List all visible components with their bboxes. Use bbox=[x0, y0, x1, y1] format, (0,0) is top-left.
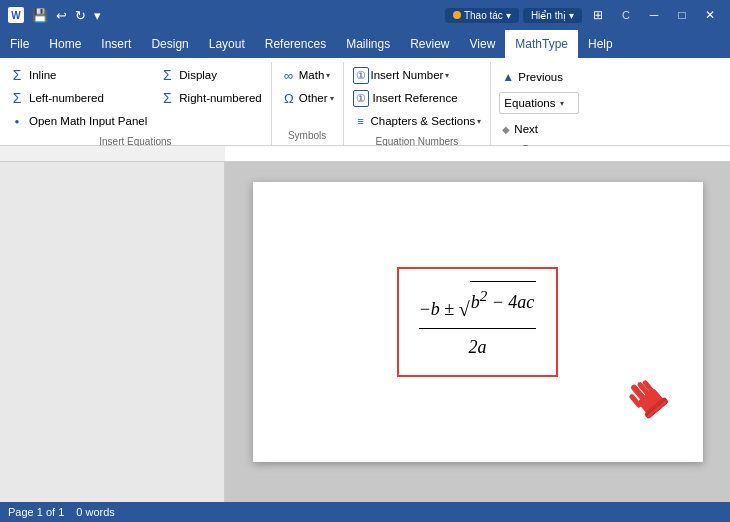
insert-number-icon: ① bbox=[353, 67, 369, 84]
maximize-button[interactable]: □ bbox=[670, 5, 694, 25]
insert-number-label: Insert Number bbox=[371, 69, 444, 81]
hien-thi-button[interactable]: Hiển thị ▾ bbox=[523, 8, 582, 23]
symbols-content: ∞ Math ▾ Ω Other ▾ bbox=[276, 64, 339, 128]
menu-design[interactable]: Design bbox=[141, 30, 198, 58]
undo-icon[interactable]: ↩ bbox=[54, 6, 69, 25]
menu-mailings[interactable]: Mailings bbox=[336, 30, 400, 58]
browse-select-value: Equations bbox=[504, 97, 555, 109]
chapters-sections-dropdown-arrow: ▾ bbox=[477, 117, 481, 126]
equation-numbers-group: ① Insert Number ▾ ① Insert Reference ≡ C… bbox=[344, 62, 492, 145]
other-label: Other bbox=[299, 92, 328, 104]
next-arrow-icon: ◆ bbox=[502, 124, 510, 135]
equation-box: −b ± √ b2 − 4ac 2a bbox=[397, 267, 559, 377]
math-label: Math bbox=[299, 69, 325, 81]
previous-label: Previous bbox=[518, 71, 563, 83]
open-math-icon: ● bbox=[9, 113, 25, 129]
ruler-white-area bbox=[225, 146, 730, 161]
display-icon: Σ bbox=[159, 67, 175, 83]
left-numbered-label: Left-numbered bbox=[29, 92, 104, 104]
window-icon[interactable]: ⊞ bbox=[586, 5, 610, 25]
right-numbered-label: Right-numbered bbox=[179, 92, 261, 104]
previous-arrow-icon: ▲ bbox=[502, 70, 514, 84]
browse-content: ▲ Previous Equations ▾ ◆ Next bbox=[499, 66, 579, 142]
equation-denominator: 2a bbox=[419, 331, 537, 363]
qa-dropdown-icon[interactable]: ▾ bbox=[92, 6, 103, 25]
save-icon[interactable]: 💾 bbox=[30, 6, 50, 25]
menu-mathtype[interactable]: MathType bbox=[505, 30, 578, 58]
insert-number-button[interactable]: ① Insert Number ▾ bbox=[348, 64, 487, 86]
right-numbered-button[interactable]: Σ Right-numbered bbox=[154, 87, 266, 109]
menu-help[interactable]: Help bbox=[578, 30, 623, 58]
math-button[interactable]: ∞ Math ▾ bbox=[276, 64, 339, 86]
math-dropdown-arrow: ▾ bbox=[326, 71, 330, 80]
insert-equations-col1: Σ Inline Σ Left-numbered ● Open Math Inp… bbox=[4, 64, 152, 132]
minimize-button[interactable]: ─ bbox=[642, 5, 666, 25]
main-area: −b ± √ b2 − 4ac 2a bbox=[0, 162, 730, 502]
left-numbered-icon: Σ bbox=[9, 90, 25, 106]
previous-button[interactable]: ▲ Previous bbox=[499, 66, 579, 88]
words-info: 0 words bbox=[76, 506, 115, 518]
ribbon: Σ Inline Σ Left-numbered ● Open Math Inp… bbox=[0, 58, 730, 146]
status-bar: Page 1 of 1 0 words bbox=[0, 502, 730, 522]
sqrt-symbol: √ bbox=[459, 299, 470, 319]
inline-label: Inline bbox=[29, 69, 57, 81]
menu-layout[interactable]: Layout bbox=[199, 30, 255, 58]
browse-select-arrow: ▾ bbox=[560, 99, 575, 108]
insert-equations-content: Σ Inline Σ Left-numbered ● Open Math Inp… bbox=[4, 64, 267, 134]
other-dropdown-arrow: ▾ bbox=[330, 94, 334, 103]
insert-reference-button[interactable]: ① Insert Reference bbox=[348, 87, 487, 109]
display-label: Display bbox=[179, 69, 217, 81]
browse-col: ▲ Previous Equations ▾ ◆ Next bbox=[499, 66, 579, 140]
sqrt-container: √ b2 − 4ac bbox=[459, 281, 537, 318]
chapters-sections-icon: ≡ bbox=[353, 113, 369, 129]
menu-insert[interactable]: Insert bbox=[91, 30, 141, 58]
right-numbered-icon: Σ bbox=[159, 90, 175, 106]
symbols-label: Symbols bbox=[276, 128, 339, 143]
title-bar-right: Thao tác ▾ Hiển thị ▾ ⊞ C ─ □ ✕ bbox=[445, 5, 722, 25]
other-button[interactable]: Ω Other ▾ bbox=[276, 87, 339, 109]
menu-bar: File Home Insert Design Layout Reference… bbox=[0, 30, 730, 58]
symbols-group: ∞ Math ▾ Ω Other ▾ Symbols bbox=[272, 62, 344, 145]
next-button[interactable]: ◆ Next bbox=[499, 118, 579, 140]
inline-icon: Σ bbox=[9, 67, 25, 83]
browse-group: ▲ Previous Equations ▾ ◆ Next Browse bbox=[491, 62, 587, 145]
insert-equations-group: Σ Inline Σ Left-numbered ● Open Math Inp… bbox=[0, 62, 272, 145]
menu-references[interactable]: References bbox=[255, 30, 336, 58]
thao-tac-button[interactable]: Thao tác ▾ bbox=[445, 8, 519, 23]
equation-numbers-content: ① Insert Number ▾ ① Insert Reference ≡ C… bbox=[348, 64, 487, 134]
math-icon: ∞ bbox=[281, 67, 297, 83]
chapters-sections-label: Chapters & Sections bbox=[371, 115, 476, 127]
left-numbered-button[interactable]: Σ Left-numbered bbox=[4, 87, 152, 109]
next-label: Next bbox=[514, 123, 538, 135]
thao-tac-dot bbox=[453, 11, 461, 19]
display-button[interactable]: Σ Display bbox=[154, 64, 266, 86]
document-area[interactable]: −b ± √ b2 − 4ac 2a bbox=[225, 162, 730, 502]
inline-button[interactable]: Σ Inline bbox=[4, 64, 152, 86]
window-icon-letter[interactable]: C bbox=[614, 5, 638, 25]
hand-cursor-icon bbox=[608, 361, 682, 440]
menu-view[interactable]: View bbox=[460, 30, 506, 58]
insert-number-dropdown-arrow: ▾ bbox=[445, 71, 449, 80]
sqrt-content: b2 − 4ac bbox=[470, 281, 537, 318]
equation-numbers-col: ① Insert Number ▾ ① Insert Reference ≡ C… bbox=[348, 64, 487, 132]
open-math-label: Open Math Input Panel bbox=[29, 115, 147, 127]
equation: −b ± √ b2 − 4ac 2a bbox=[419, 281, 537, 363]
menu-review[interactable]: Review bbox=[400, 30, 459, 58]
sidebar bbox=[0, 162, 225, 502]
menu-file[interactable]: File bbox=[0, 30, 39, 58]
app-icon: W bbox=[8, 7, 24, 23]
equation-numerator: −b ± √ b2 − 4ac bbox=[419, 281, 537, 329]
menu-home[interactable]: Home bbox=[39, 30, 91, 58]
close-button[interactable]: ✕ bbox=[698, 5, 722, 25]
other-icon: Ω bbox=[281, 90, 297, 106]
open-math-button[interactable]: ● Open Math Input Panel bbox=[4, 110, 152, 132]
page-info: Page 1 of 1 bbox=[8, 506, 64, 518]
title-bar: W 💾 ↩ ↻ ▾ Thao tác ▾ Hiển thị ▾ ⊞ C ─ □ … bbox=[0, 0, 730, 30]
browse-select[interactable]: Equations ▾ bbox=[499, 92, 579, 114]
insert-reference-icon: ① bbox=[353, 90, 369, 107]
insert-reference-label: Insert Reference bbox=[373, 92, 458, 104]
redo-icon[interactable]: ↻ bbox=[73, 6, 88, 25]
document-page: −b ± √ b2 − 4ac 2a bbox=[253, 182, 703, 462]
chapters-sections-button[interactable]: ≡ Chapters & Sections ▾ bbox=[348, 110, 487, 132]
symbols-col: ∞ Math ▾ Ω Other ▾ bbox=[276, 64, 339, 109]
